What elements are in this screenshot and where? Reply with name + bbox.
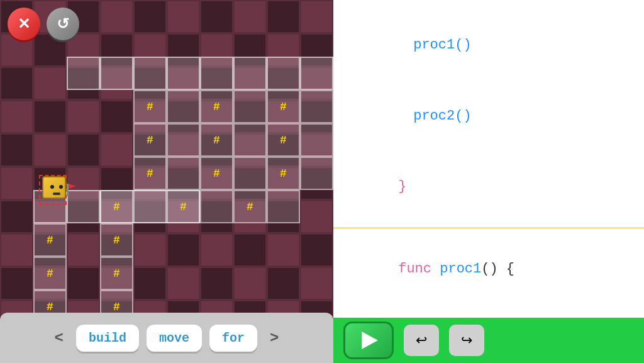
close-button[interactable]: ✕ [8,8,40,40]
proc2-call-text: proc2() [413,108,471,124]
func-keyword: func [398,261,440,277]
run-button[interactable] [343,321,394,359]
code-line-close-main: } [348,151,629,221]
play-icon [362,332,378,349]
code-panel: proc1() proc2() } func proc1() { for _ i… [333,0,644,363]
code-line-func-proc1: func proc1() { [348,234,629,304]
move-button[interactable]: move [147,325,202,352]
top-buttons: ✕ ↺ [8,8,79,40]
for-button[interactable]: for [209,325,257,352]
close-main-brace: } [398,179,406,194]
proc1-parens: () { [481,261,514,277]
undo-icon: ↩ [416,332,427,349]
section-divider [333,227,644,229]
code-line-proc2-call: proc2() [348,81,629,151]
reload-button[interactable]: ↺ [47,8,79,40]
proc1-call-text: proc1() [413,37,471,53]
run-bar: ↩ ↪ [333,318,644,363]
code-editor[interactable]: proc1() proc2() } func proc1() { for _ i… [333,0,644,318]
toolbar-left-arrow[interactable]: < [50,325,69,352]
undo-button[interactable]: ↩ [404,325,439,356]
redo-button[interactable]: ↪ [449,325,484,356]
build-button[interactable]: build [76,325,139,352]
toolbar-right-arrow[interactable]: > [265,325,284,352]
game-grid: # # # # # # # # # # # # # # # # # # [0,0,333,363]
redo-icon: ↪ [461,332,472,349]
game-panel: # # # # # # # # # # # # # # # # # # [0,0,333,363]
proc1-name: proc1 [440,261,481,277]
code-line-proc1-call: proc1() [348,10,629,81]
game-toolbar: < build move for > [0,313,333,363]
code-line-for-loop: for _ in 1 ... 4 { [348,304,629,318]
player-character [40,174,68,204]
